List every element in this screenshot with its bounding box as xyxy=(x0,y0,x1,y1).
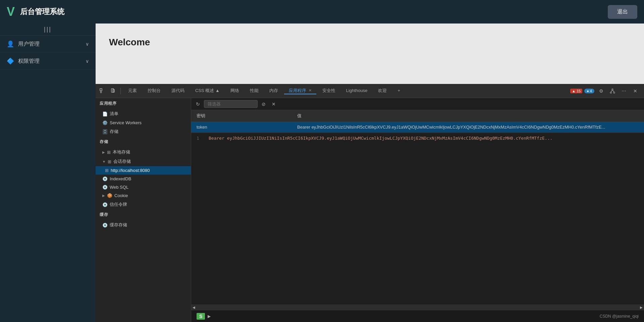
filter-x-icon[interactable]: ✕ xyxy=(270,100,278,108)
tree-item-local-storage[interactable]: ▶ ⊞ 本地存储 xyxy=(96,147,191,157)
separator-1 xyxy=(120,88,121,94)
error-badge: ▲ 15 xyxy=(570,89,582,93)
chevron-down-icon-2: ∨ xyxy=(86,58,89,64)
indexeddb-icon: 💿 xyxy=(102,176,108,181)
inspect-icon[interactable] xyxy=(98,86,107,96)
section-cache: 缓存 xyxy=(96,209,191,220)
cache-storage-icon: 💿 xyxy=(102,223,108,228)
tab-console[interactable]: 控制台 xyxy=(143,88,165,94)
tab-performance[interactable]: 性能 xyxy=(245,88,263,94)
refresh-button[interactable]: ↻ xyxy=(194,100,202,108)
manifest-icon: 📄 xyxy=(102,111,108,117)
s-badge: S xyxy=(197,313,205,320)
more-icon[interactable]: ⋯ xyxy=(619,86,629,96)
tree-item-manifest[interactable]: 📄 清单 xyxy=(96,109,191,119)
tab-welcome[interactable]: 欢迎 xyxy=(373,88,391,94)
col-header-value: 值 xyxy=(292,110,644,122)
data-table-area: 密钥 值 token Bearer eyJhbGciOiJIUzl1NilsIn… xyxy=(191,110,644,305)
service-worker-icon: ⚙️ xyxy=(102,120,108,125)
section-app: 应用程序 xyxy=(96,98,191,109)
network-icon[interactable] xyxy=(608,86,617,96)
filter-bar: ↻ ⊘ ✕ xyxy=(191,98,644,110)
tree-item-websql[interactable]: 💿 Web SQL xyxy=(96,183,191,191)
tab-application[interactable]: 应用程序 ✕ xyxy=(284,88,316,94)
app-title: 后台管理系统 xyxy=(20,7,64,17)
tree-item-session-storage[interactable]: ▼ ⊞ 会话存储 xyxy=(96,157,191,166)
scroll-left-arrow[interactable]: ◀ xyxy=(191,305,197,310)
content-area: Welcome 元素 控制台 源代码 xyxy=(96,24,644,322)
logout-button[interactable]: 退出 xyxy=(608,5,637,19)
value-preview: 1 Bearer eyJhbGciOiJJIUzI1NiIsInR5cCI6Ik… xyxy=(191,133,644,305)
devtools-footer: S ▶ CSDN @jasmine_qiqi xyxy=(191,310,644,322)
filter-clear-icon[interactable]: ⊘ xyxy=(260,100,268,108)
scroll-right-arrow[interactable]: ▶ xyxy=(639,305,644,310)
line-number: 1 xyxy=(197,136,203,141)
user-icon: 👤 xyxy=(7,40,14,48)
table-cell-value: Bearer eyJhbGciOiJIUzl1NilsInR5cCl6lkpXV… xyxy=(292,122,644,133)
chevron-down-icon: ∨ xyxy=(86,41,89,47)
tab-lighthouse[interactable]: Lighthouse xyxy=(341,88,372,94)
tree-item-cookie[interactable]: ▶ 🍪 Cookie xyxy=(96,191,191,200)
devtools-right-panel: ↻ ⊘ ✕ 密钥 值 xyxy=(191,98,644,322)
filter-input[interactable] xyxy=(204,100,258,108)
section-storage: 存储 xyxy=(96,136,191,147)
horizontal-scrollbar[interactable]: ◀ ▶ xyxy=(191,305,644,310)
svg-line-9 xyxy=(612,90,614,92)
devtools-topbar: 元素 控制台 源代码 CSS 概述 ▲ 网络 性能 内存 xyxy=(96,84,644,98)
perm-icon: 🔷 xyxy=(7,57,14,65)
tab-security[interactable]: 安全性 xyxy=(318,88,340,94)
storage-icon: 🗄️ xyxy=(102,129,108,134)
tree-item-storage-item[interactable]: 🗄️ 存储 xyxy=(96,127,191,136)
cookie-icon: 🍪 xyxy=(107,193,112,198)
sidebar: ||| 👤 用户管理 ∨ 🔷 权限管理 ∨ xyxy=(0,24,96,322)
tree-item-trust-token[interactable]: 💿 信任令牌 xyxy=(96,200,191,209)
storage-table: 密钥 值 token Bearer eyJhbGciOiJIUzl1NilsIn… xyxy=(191,110,644,133)
table-cell-key: token xyxy=(191,122,292,133)
scrollbar-track[interactable] xyxy=(197,305,639,310)
sidebar-item-perm-mgmt[interactable]: 🔷 权限管理 ∨ xyxy=(0,53,96,70)
tab-memory[interactable]: 内存 xyxy=(265,88,283,94)
svg-line-8 xyxy=(611,90,612,92)
tree-item-localhost[interactable]: ⊞ http://localhost:8080 xyxy=(96,166,191,175)
tab-css[interactable]: CSS 概述 ▲ xyxy=(191,88,224,94)
table-row[interactable]: token Bearer eyJhbGciOiJIUzl1NilsInR5cCl… xyxy=(191,122,644,133)
device-icon[interactable] xyxy=(108,86,118,96)
app-header: V 后台管理系统 退出 xyxy=(0,0,644,24)
local-storage-icon: ⊞ xyxy=(107,150,111,155)
footer-left: S ▶ xyxy=(197,313,211,320)
expand-session-icon: ▼ xyxy=(102,160,106,164)
expand-local-icon: ▶ xyxy=(102,150,105,154)
devtools-left-panel: 应用程序 📄 清单 ⚙️ Service Workers 🗄️ 存储 存储 xyxy=(96,98,191,322)
trust-token-icon: 💿 xyxy=(102,202,108,207)
tab-sources[interactable]: 源代码 xyxy=(167,88,189,94)
close-devtools-icon[interactable]: ✕ xyxy=(631,86,640,96)
preview-value: Bearer eyJhbGciOiJJIUzI1NiIsInR5cCI6IkpX… xyxy=(209,136,552,141)
tab-elements[interactable]: 元素 xyxy=(123,88,142,94)
expand-cookie-icon: ▶ xyxy=(102,194,105,197)
devtools: 元素 控制台 源代码 CSS 概述 ▲ 网络 性能 内存 xyxy=(96,84,644,322)
settings-icon[interactable]: ⚙ xyxy=(596,86,606,96)
welcome-text: Welcome xyxy=(109,37,631,48)
sidebar-item-user-mgmt[interactable]: 👤 用户管理 ∨ xyxy=(0,36,96,53)
watermark: CSDN @jasmine_qiqi xyxy=(600,314,639,319)
col-header-key: 密钥 xyxy=(191,110,292,122)
svg-point-7 xyxy=(613,92,615,93)
svg-rect-0 xyxy=(100,89,102,91)
tree-item-service-workers[interactable]: ⚙️ Service Workers xyxy=(96,119,191,127)
sidebar-toggle[interactable]: ||| xyxy=(0,24,96,36)
tree-item-indexeddb[interactable]: 💿 IndexedDB xyxy=(96,175,191,183)
main-layout: ||| 👤 用户管理 ∨ 🔷 权限管理 ∨ Welcome xyxy=(0,24,644,322)
localhost-icon: ⊞ xyxy=(105,168,109,173)
tab-close-icon[interactable]: ✕ xyxy=(309,88,312,93)
tree-item-cache-storage[interactable]: 💿 缓存存储 xyxy=(96,220,191,230)
tab-add[interactable]: + xyxy=(393,88,405,94)
app-logo: V xyxy=(7,5,15,19)
session-storage-icon: ⊞ xyxy=(108,159,111,164)
welcome-banner: Welcome xyxy=(96,24,644,84)
svg-point-6 xyxy=(610,92,611,93)
websql-icon: 💿 xyxy=(102,185,108,190)
devtools-body: 应用程序 📄 清单 ⚙️ Service Workers 🗄️ 存储 存储 xyxy=(96,98,644,322)
tab-network[interactable]: 网络 xyxy=(226,88,244,94)
info-badge: ● 4 xyxy=(584,89,594,93)
svg-point-5 xyxy=(612,89,613,90)
